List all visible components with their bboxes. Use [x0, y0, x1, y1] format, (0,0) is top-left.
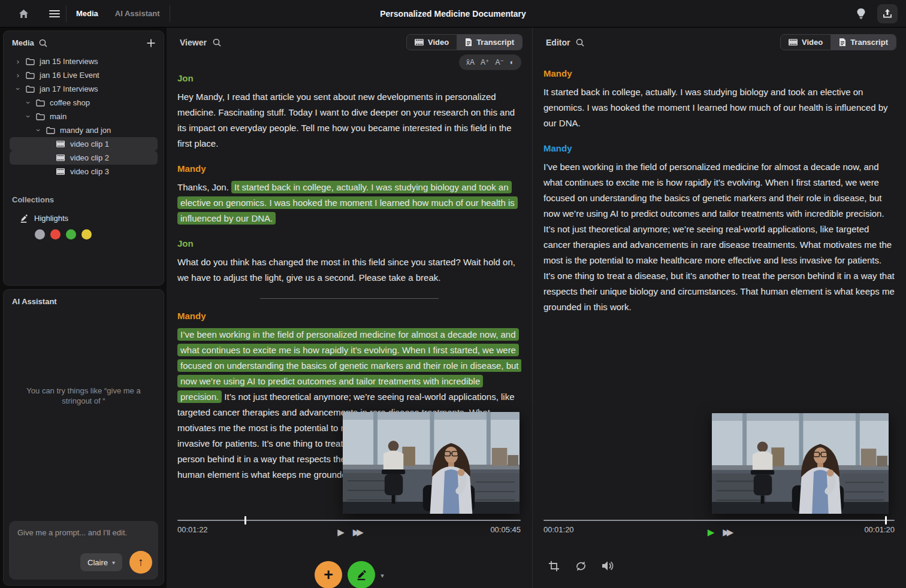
folder-icon — [36, 113, 46, 120]
highlights-item[interactable]: Highlights — [12, 214, 155, 223]
arrow-up-icon: ↑ — [138, 556, 144, 569]
tab-ai-assistant[interactable]: AI Assistant — [107, 9, 168, 18]
plus-icon: + — [324, 567, 333, 583]
editor-video-tab[interactable]: Video — [781, 35, 830, 50]
media-tree-item[interactable]: ›main — [10, 110, 158, 123]
chevron-icon[interactable]: › — [35, 127, 43, 134]
media-tree-item[interactable]: ›coffee shop — [10, 96, 158, 110]
media-tree-item[interactable]: video clip 2 — [10, 151, 158, 165]
search-icon — [576, 38, 584, 47]
media-tree: ›jan 15 Interviews›jan 16 Live Event›jan… — [10, 54, 158, 178]
speaker-label[interactable]: Mandy — [177, 161, 521, 177]
chevron-icon[interactable]: › — [25, 113, 32, 120]
highlight-options-caret[interactable]: ▾ — [380, 572, 384, 580]
voice-select-button[interactable]: Claire ▾ — [80, 553, 122, 571]
editor-view-toggle: Video Transcript — [780, 34, 896, 50]
viewer-transcript-tab[interactable]: Transcript — [457, 35, 522, 50]
media-tree-item[interactable]: video clip 3 — [10, 165, 158, 178]
transcript-paragraph[interactable]: What do you think has changed the most i… — [177, 254, 521, 286]
speaker-label[interactable]: Mandy — [543, 66, 895, 81]
media-tree-item[interactable]: ›jan 15 Interviews — [10, 54, 158, 68]
hamburger-icon — [49, 10, 60, 17]
transcript-paragraph[interactable]: It started back in college, actually. I … — [543, 84, 895, 131]
search-icon — [213, 38, 221, 47]
topbar-separator — [66, 5, 67, 22]
chevron-icon[interactable]: › — [14, 57, 22, 65]
speaker-label[interactable]: Jon — [177, 236, 521, 251]
highlight-dot[interactable] — [66, 229, 76, 240]
viewer-progress-bar[interactable] — [177, 520, 521, 521]
transcript-paragraph[interactable]: Hey Mandy, I read that article you sent … — [177, 89, 521, 151]
viewer-transcript-tab-label: Transcript — [476, 38, 514, 47]
editor-transcript-tab[interactable]: Transcript — [830, 35, 896, 50]
viewer-video-thumbnail[interactable] — [343, 412, 520, 514]
transcript-paragraph[interactable]: I’ve been working in the field of person… — [543, 159, 895, 315]
media-add-button[interactable] — [147, 39, 155, 47]
prompt-input[interactable] — [16, 527, 151, 551]
send-prompt-button[interactable]: ↑ — [129, 551, 152, 574]
menu-button[interactable] — [44, 4, 65, 23]
app-title: Personalized Medicine Documentary — [380, 9, 526, 19]
media-tree-item[interactable]: ›mandy and jon — [10, 123, 158, 137]
volume-button[interactable] — [601, 559, 614, 572]
highlight-button[interactable] — [348, 561, 375, 588]
transcript-paragraph[interactable]: Thanks, Jon. It started back in college,… — [177, 180, 521, 226]
idea-button[interactable] — [851, 4, 871, 23]
transcript-segment[interactable]: Hey Mandy, I read that article you sent … — [177, 92, 515, 148]
media-tree-item[interactable]: ›jan 16 Live Event — [10, 68, 158, 82]
highlight-dot[interactable] — [81, 229, 92, 240]
highlight-dots — [12, 229, 155, 240]
transcript-segment[interactable]: Thanks, Jon. — [177, 182, 231, 192]
tree-item-label: video clip 3 — [70, 167, 109, 176]
home-button[interactable] — [13, 4, 34, 23]
assistant-panel-title: AI Assistant — [12, 297, 57, 306]
transcript-segment[interactable]: I’ve been working in the field of person… — [543, 162, 895, 312]
media-tree-item[interactable]: video clip 1 — [10, 137, 158, 151]
document-icon — [465, 38, 472, 46]
editor-playhead[interactable] — [885, 516, 887, 525]
transcript-segment[interactable]: What do you think has changed the most i… — [177, 257, 515, 283]
prompt-box: Claire ▾ ↑ — [9, 521, 158, 580]
highlight-dot[interactable] — [35, 229, 45, 240]
speaker-label[interactable]: Mandy — [543, 141, 895, 156]
crop-button[interactable] — [547, 559, 560, 572]
chevron-icon[interactable]: › — [14, 86, 22, 93]
export-button[interactable] — [877, 4, 898, 23]
tree-item-label: jan 15 Interviews — [40, 57, 98, 66]
viewer-playhead[interactable] — [244, 516, 246, 525]
speaker-label[interactable]: Jon — [177, 71, 521, 86]
film-icon — [789, 39, 798, 46]
left-sidebar: Media ›jan 15 Interviews›jan 16 Live Eve… — [0, 28, 167, 588]
chevron-icon[interactable]: › — [25, 99, 32, 107]
tree-item-label: video clip 1 — [70, 140, 109, 148]
collections-title: Collections — [12, 195, 155, 204]
viewer-play-button[interactable]: ▶ — [337, 527, 345, 538]
folder-icon — [26, 85, 35, 93]
editor-panel: Editor Video Transcript MandyIt started … — [533, 28, 906, 588]
transcript-divider — [260, 298, 439, 299]
editor-search-button[interactable] — [576, 38, 584, 47]
viewer-search-button[interactable] — [213, 38, 221, 47]
clip-icon — [56, 168, 66, 175]
viewer-timeline[interactable]: 00:01:22 00:05:45 ▶ ▶▶ — [177, 520, 521, 534]
editor-fast-forward-button[interactable]: ▶▶ — [723, 527, 730, 538]
tab-media[interactable]: Media — [68, 9, 107, 18]
media-search-button[interactable] — [39, 39, 47, 47]
viewer-video-tab[interactable]: Video — [407, 35, 457, 50]
editor-play-button[interactable]: ▶ — [708, 527, 715, 538]
media-tree-item[interactable]: ›jan 17 Interviews — [10, 82, 158, 96]
tree-item-label: coffee shop — [50, 98, 90, 107]
viewer-title: Viewer — [180, 38, 207, 47]
editor-timeline[interactable]: 00:01:20 00:01:20 ▶ ▶▶ — [543, 520, 895, 534]
speaker-label[interactable]: Mandy — [177, 308, 521, 324]
video-frame — [712, 413, 889, 514]
clip-icon — [56, 140, 66, 148]
highlight-dot[interactable] — [50, 229, 61, 240]
add-clip-button[interactable]: + — [315, 561, 342, 588]
editor-video-thumbnail[interactable] — [712, 413, 889, 514]
editor-progress-bar[interactable] — [543, 520, 895, 521]
retake-button[interactable] — [574, 559, 587, 572]
transcript-segment[interactable]: It started back in college, actually. I … — [543, 87, 888, 128]
viewer-fast-forward-button[interactable]: ▶▶ — [353, 527, 361, 538]
chevron-icon[interactable]: › — [14, 71, 22, 79]
